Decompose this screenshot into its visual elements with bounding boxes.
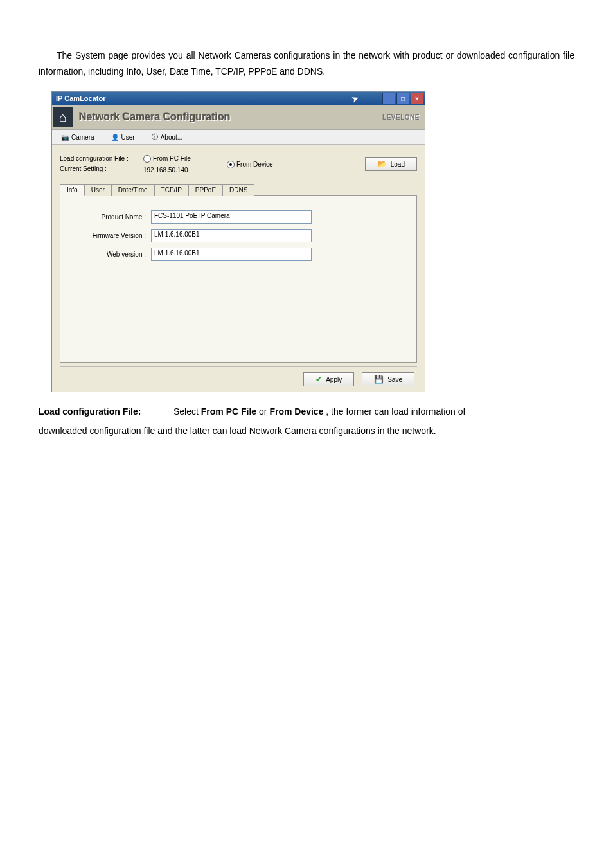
load-config-label: Load configuration File : — [60, 154, 137, 164]
header-band: ⌂ Network Camera Configuration LEVELONE — [52, 105, 425, 130]
info-icon: ⓘ — [152, 132, 158, 141]
menubar: 📷 Camera 👤 User ⓘ About... — [52, 130, 425, 145]
definition-body: Select From PC File or From Device , the… — [173, 404, 465, 420]
radio-icon — [143, 155, 151, 163]
current-setting-label: Current Setting : — [60, 164, 137, 174]
close-button[interactable]: × — [411, 93, 423, 104]
definition-line: Load configuration File: Select From PC … — [39, 404, 574, 420]
load-button-label: Load — [391, 161, 405, 168]
radio-from-pc-label: From PC File — [153, 155, 191, 162]
save-button-label: Save — [387, 376, 402, 383]
maximize-button[interactable]: □ — [396, 93, 409, 104]
tab-tcpip[interactable]: TCP/IP — [154, 184, 189, 196]
definition-term: Load configuration File: — [39, 404, 173, 420]
tab-user[interactable]: User — [84, 184, 112, 196]
radio-from-device[interactable]: From Device — [227, 161, 273, 168]
header-title: Network Camera Configuration — [79, 111, 231, 123]
save-icon: 💾 — [374, 375, 384, 384]
titlebar: IP CamLocator _ □ × — [52, 92, 425, 105]
save-button[interactable]: 💾 Save — [362, 372, 414, 386]
camera-icon: 📷 — [61, 134, 69, 141]
menu-user-label: User — [121, 134, 135, 141]
logo-icon: ⌂ — [53, 107, 73, 127]
tab-panel-info: Product Name : FCS-1101 PoE IP Camera Fi… — [60, 196, 417, 363]
menu-about[interactable]: ⓘ About... — [145, 131, 189, 143]
user-icon: 👤 — [111, 134, 119, 141]
product-name-label: Product Name : — [72, 213, 151, 221]
bottom-bar: ✔ Apply 💾 Save — [60, 366, 417, 386]
radio-from-pc[interactable]: From PC File — [143, 155, 191, 163]
menu-camera[interactable]: 📷 Camera — [55, 131, 101, 143]
menu-camera-label: Camera — [71, 134, 94, 141]
tab-pppoe[interactable]: PPPoE — [188, 184, 223, 196]
menu-user[interactable]: 👤 User — [105, 131, 141, 143]
load-button[interactable]: 📂 Load — [365, 157, 417, 171]
checkmark-icon: ✔ — [315, 375, 322, 384]
apply-button-label: Apply — [326, 376, 342, 383]
web-version-label: Web version : — [72, 251, 151, 258]
tabs: Info User Date/Time TCP/IP PPPoE DDNS — [60, 183, 417, 196]
tab-ddns[interactable]: DDNS — [222, 184, 254, 196]
web-version-field[interactable]: LM.1.6.16.00B1 — [151, 248, 312, 261]
tab-datetime[interactable]: Date/Time — [111, 184, 155, 196]
app-window: ➤ IP CamLocator _ □ × ⌂ Network Camera C… — [51, 91, 425, 392]
tab-info[interactable]: Info — [60, 184, 85, 196]
menu-about-label: About... — [161, 134, 182, 141]
firmware-version-field[interactable]: LM.1.6.16.00B1 — [151, 229, 312, 242]
definition-continuation: downloaded configuration file and the la… — [39, 423, 574, 439]
brand-logo: LEVELONE — [382, 114, 420, 121]
radio-icon — [227, 161, 235, 168]
load-config-row: Load configuration File : Current Settin… — [60, 151, 417, 181]
folder-icon: 📂 — [377, 159, 387, 168]
apply-button[interactable]: ✔ Apply — [303, 372, 354, 386]
minimize-button[interactable]: _ — [382, 93, 395, 104]
firmware-version-label: Firmware Version : — [72, 232, 151, 239]
product-name-field[interactable]: FCS-1101 PoE IP Camera — [151, 210, 312, 224]
current-setting-value: 192.168.50.140 — [143, 167, 220, 174]
window-title: IP CamLocator — [56, 95, 105, 102]
radio-from-device-label: From Device — [236, 161, 273, 168]
intro-paragraph: The System page provides you all Network… — [39, 48, 574, 80]
